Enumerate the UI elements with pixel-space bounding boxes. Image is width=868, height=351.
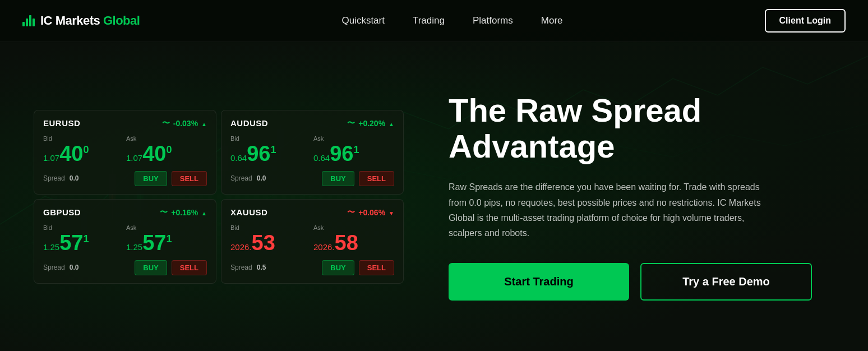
xauusd-footer: Spread 0.5 BUY SELL — [230, 260, 394, 275]
start-trading-button[interactable]: Start Trading — [449, 263, 629, 301]
eurusd-buy-button[interactable]: BUY — [135, 171, 167, 186]
audusd-ask-block: Ask 0.64 96 1 — [313, 135, 394, 164]
hero-content: The Raw Spread Advantage Raw Spreads are… — [449, 93, 834, 301]
eurusd-ask-block: Ask 1.07 40 0 — [126, 135, 207, 164]
eurusd-bid-value: 1.07 40 0 — [43, 143, 124, 164]
widget-gbpusd-header: GBPUSD 〜 +0.16% — [43, 207, 207, 218]
eurusd-ask-big: 40 — [142, 143, 166, 164]
audusd-buy-button[interactable]: BUY — [322, 171, 354, 186]
eurusd-bid-big: 40 — [59, 143, 83, 164]
gbpusd-change: 〜 +0.16% — [160, 207, 207, 218]
audusd-ask-big: 96 — [330, 143, 353, 164]
client-login-button[interactable]: Client Login — [765, 9, 846, 33]
audusd-bid-sup: 1 — [270, 144, 276, 156]
logo-bar-4 — [33, 19, 35, 26]
xauusd-arrow — [389, 208, 394, 217]
gbpusd-pair-label: GBPUSD — [43, 207, 81, 217]
xauusd-ask-value: 2026. 58 — [313, 232, 394, 253]
xauusd-bid-block: Bid 2026. 53 — [230, 224, 311, 253]
eurusd-bid-prefix: 1.07 — [43, 153, 59, 163]
gbpusd-trend-icon: 〜 — [160, 207, 168, 218]
gbpusd-bid-value: 1.25 57 1 — [43, 232, 124, 253]
audusd-spread-label: Spread — [230, 174, 252, 182]
eurusd-spread-value: 0.0 — [70, 174, 79, 182]
nav-item-trading[interactable]: Trading — [413, 15, 445, 26]
widget-xauusd-header: XAUUSD 〜 +0.06% — [230, 207, 394, 218]
audusd-change: 〜 +0.20% — [347, 118, 394, 128]
xauusd-spread-value: 0.5 — [257, 264, 266, 271]
widget-xauusd: XAUUSD 〜 +0.06% Bid 2026. 53 Ask — [221, 199, 404, 284]
eurusd-spread-label: Spread — [43, 174, 65, 182]
xauusd-ask-block: Ask 2026. 58 — [313, 224, 394, 253]
nav-item-platforms[interactable]: Platforms — [473, 15, 513, 26]
audusd-trend-icon: 〜 — [347, 118, 355, 128]
navbar: IC Markets Global Quickstart Trading Pla… — [0, 0, 868, 42]
logo-bar-2 — [26, 19, 28, 26]
audusd-ask-label: Ask — [313, 135, 394, 142]
audusd-spread-value: 0.0 — [257, 174, 266, 182]
xauusd-change-value: +0.06% — [358, 208, 385, 217]
eurusd-change-value: -0.03% — [173, 119, 198, 128]
widget-gbpusd: GBPUSD 〜 +0.16% Bid 1.25 57 1 As — [34, 199, 216, 284]
nav-item-quickstart[interactable]: Quickstart — [341, 15, 385, 26]
try-free-demo-button[interactable]: Try a Free Demo — [640, 263, 812, 301]
xauusd-buy-button[interactable]: BUY — [322, 260, 354, 275]
logo-bars-icon — [22, 15, 35, 26]
xauusd-bid-label: Bid — [230, 224, 311, 231]
xauusd-pair-label: XAUUSD — [230, 207, 267, 217]
xauusd-prices: Bid 2026. 53 Ask 2026. 58 — [230, 224, 394, 253]
widget-eurusd: EURUSD 〜 -0.03% Bid 1.07 40 0 As — [34, 110, 216, 195]
xauusd-bid-big: 53 — [252, 232, 275, 253]
audusd-ask-sup: 1 — [353, 144, 359, 156]
audusd-bid-prefix: 0.64 — [230, 153, 247, 163]
widget-eurusd-header: EURUSD 〜 -0.03% — [43, 118, 207, 128]
gbpusd-bid-label: Bid — [43, 224, 124, 231]
xauusd-trend-icon: 〜 — [347, 207, 355, 218]
widgets-panel: EURUSD 〜 -0.03% Bid 1.07 40 0 As — [34, 110, 404, 284]
audusd-prices: Bid 0.64 96 1 Ask 0.64 96 1 — [230, 135, 394, 164]
xauusd-sell-button[interactable]: SELL — [359, 260, 394, 275]
eurusd-arrow — [201, 119, 207, 128]
audusd-sell-button[interactable]: SELL — [359, 171, 394, 186]
gbpusd-spread-value: 0.0 — [70, 264, 79, 271]
logo-bar-1 — [22, 22, 25, 26]
eurusd-pair-label: EURUSD — [43, 118, 80, 128]
audusd-footer: Spread 0.0 BUY SELL — [230, 171, 394, 186]
eurusd-change: 〜 -0.03% — [162, 118, 207, 128]
audusd-pair-label: AUDUSD — [230, 118, 268, 128]
audusd-change-value: +0.20% — [358, 119, 385, 128]
xauusd-bid-prefix: 2026. — [230, 242, 252, 252]
nav-links: Quickstart Trading Platforms More — [341, 15, 562, 26]
gbpusd-sell-button[interactable]: SELL — [172, 260, 207, 275]
eurusd-ask-label: Ask — [126, 135, 207, 142]
gbpusd-bid-block: Bid 1.25 57 1 — [43, 224, 124, 253]
eurusd-prices: Bid 1.07 40 0 Ask 1.07 40 0 — [43, 135, 207, 164]
audusd-bid-value: 0.64 96 1 — [230, 143, 311, 164]
xauusd-ask-prefix: 2026. — [313, 242, 335, 252]
eurusd-ask-value: 1.07 40 0 — [126, 143, 207, 164]
eurusd-sell-button[interactable]: SELL — [172, 171, 207, 186]
audusd-bid-label: Bid — [230, 135, 311, 142]
gbpusd-change-value: +0.16% — [171, 208, 198, 217]
eurusd-bid-label: Bid — [43, 135, 124, 142]
hero-section: EURUSD 〜 -0.03% Bid 1.07 40 0 As — [0, 42, 868, 351]
gbpusd-buy-button[interactable]: BUY — [135, 260, 167, 275]
nav-item-more[interactable]: More — [541, 15, 563, 26]
logo-text: IC Markets Global — [40, 13, 140, 28]
xauusd-change: 〜 +0.06% — [347, 207, 394, 218]
gbpusd-ask-value: 1.25 57 1 — [126, 232, 207, 253]
gbpusd-ask-big: 57 — [142, 232, 166, 253]
xauusd-ask-big: 58 — [335, 232, 358, 253]
xauusd-spread-label: Spread — [230, 264, 252, 271]
logo[interactable]: IC Markets Global — [22, 13, 140, 28]
logo-bar-3 — [29, 15, 31, 26]
eurusd-bid-block: Bid 1.07 40 0 — [43, 135, 124, 164]
xauusd-ask-label: Ask — [313, 224, 394, 231]
audusd-ask-value: 0.64 96 1 — [313, 143, 394, 164]
gbpusd-bid-prefix: 1.25 — [43, 242, 59, 252]
hero-buttons: Start Trading Try a Free Demo — [449, 263, 812, 301]
gbpusd-footer: Spread 0.0 BUY SELL — [43, 260, 207, 275]
hero-description: Raw Spreads are the difference you have … — [449, 179, 774, 241]
gbpusd-ask-sup: 1 — [166, 233, 172, 245]
audusd-bid-big: 96 — [247, 143, 270, 164]
